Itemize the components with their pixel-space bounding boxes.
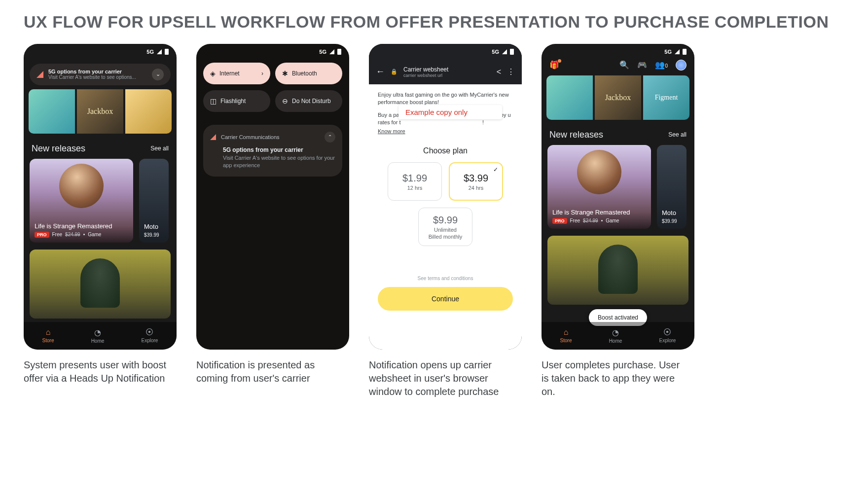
nav-explore[interactable]: ⦿ Explore: [141, 328, 158, 343]
battery-icon: [165, 49, 169, 55]
featured-art: [598, 245, 638, 294]
qs-label: Internet: [219, 70, 240, 77]
status-5g-label: 5G: [664, 49, 672, 55]
share-icon[interactable]: <: [497, 68, 501, 76]
pro-badge: PRO: [552, 218, 567, 224]
nav-home[interactable]: ◔ Home: [91, 328, 105, 344]
carrier-triangle-icon: [36, 71, 43, 78]
plan-option[interactable]: $9.99 Unlimited Billed monthly: [418, 208, 472, 246]
nav-home[interactable]: ◔ Home: [609, 328, 622, 344]
avatar[interactable]: [676, 60, 687, 71]
card-title: Moto: [662, 209, 682, 216]
featured-card[interactable]: [30, 250, 171, 319]
hun-title: 5G options from your carrier: [48, 69, 147, 74]
know-more-link[interactable]: Know more: [378, 128, 405, 134]
home-icon: ◔: [94, 328, 101, 337]
nav-label: Home: [91, 338, 105, 344]
status-bar: 5G: [369, 44, 522, 60]
card-art: [59, 164, 104, 208]
card-carousel[interactable]: Life is Strange Remastered PRO Free $24.…: [542, 145, 694, 229]
continue-button[interactable]: Continue: [378, 287, 513, 311]
promo-tile[interactable]: Figment: [643, 75, 689, 120]
section-title: New releases: [32, 143, 85, 154]
qs-flashlight[interactable]: ◫ Flashlight: [203, 90, 270, 112]
plan-grid: $1.99 12 hrs ✓ $3.99 24 hrs $9.99 Unlimi…: [378, 162, 513, 246]
caption: User completes purchase. User is taken b…: [542, 358, 689, 398]
plan-option[interactable]: $1.99 12 hrs: [388, 162, 442, 201]
flow-row: 5G 5G options from your carrier Visit Ca…: [24, 44, 844, 398]
bluetooth-icon: ✱: [282, 70, 288, 77]
promo-tile[interactable]: [125, 89, 172, 134]
plan-price: $9.99: [433, 214, 458, 226]
flow-step-3: 5G ← 🔒 Carrier websheet carrier websheet…: [369, 44, 522, 398]
choose-plan-heading: Choose plan: [378, 146, 513, 155]
game-card[interactable]: Life is Strange Remastered PRO Free $24.…: [547, 145, 651, 229]
notification-title: 5G options from your carrier: [223, 146, 335, 153]
qs-dnd[interactable]: ⊖ Do Not Disturb: [275, 90, 342, 112]
see-all-link[interactable]: See all: [150, 145, 169, 152]
promo-tile[interactable]: [29, 89, 75, 134]
store-icon: ⌂: [46, 328, 51, 337]
gift-icon[interactable]: 🎁: [549, 60, 559, 70]
featured-art: [80, 258, 120, 308]
plan-duration: 12 hrs: [407, 185, 423, 191]
caption: System presents user with boost offer vi…: [24, 358, 172, 385]
signal-icon: [502, 49, 507, 54]
qs-bluetooth[interactable]: ✱ Bluetooth: [275, 63, 342, 84]
signal-icon: [329, 49, 334, 54]
status-bar: 5G: [24, 44, 177, 60]
card-price: $39.99: [144, 232, 164, 238]
game-card-partial[interactable]: Moto $39.99: [657, 145, 687, 229]
promo-carousel[interactable]: Jackbox: [29, 89, 172, 134]
example-copy-overlay: Example copy only: [398, 105, 502, 119]
chevron-right-icon: ›: [261, 70, 263, 77]
nav-store[interactable]: ⌂ Store: [42, 328, 54, 343]
phone-3: 5G ← 🔒 Carrier websheet carrier websheet…: [369, 44, 522, 350]
promo-tile[interactable]: Jackbox: [595, 75, 641, 120]
qs-row: ◈ Internet › ✱ Bluetooth: [196, 60, 349, 87]
card-type: Game: [606, 218, 619, 223]
promo-tile[interactable]: [546, 75, 593, 120]
controller-icon[interactable]: 🎮: [637, 60, 647, 70]
page-title: UX FLOW FOR UPSELL WORKFLOW FROM OFFER P…: [24, 12, 844, 32]
lock-icon: 🔒: [391, 69, 398, 75]
qs-internet[interactable]: ◈ Internet ›: [203, 63, 270, 84]
caption: Notification is presented as coming from…: [196, 358, 344, 385]
nav-label: Store: [42, 338, 54, 343]
card-meta: PRO Free $24.99 • Game: [35, 232, 128, 238]
game-card-partial[interactable]: Moto $39.99: [139, 159, 169, 243]
status-5g-label: 5G: [146, 49, 154, 55]
back-icon[interactable]: ←: [376, 67, 385, 77]
explore-icon: ⦿: [145, 328, 153, 337]
bottom-nav: ⌂ Store ◔ Home ⦿ Explore: [542, 322, 694, 350]
plan-price: $3.99: [464, 173, 488, 184]
explore-icon: ⦿: [663, 328, 671, 337]
promo-carousel[interactable]: Jackbox Figment: [546, 75, 689, 120]
plan-option-selected[interactable]: ✓ $3.99 24 hrs: [449, 162, 503, 201]
plan-duration: 24 hrs: [469, 185, 484, 191]
featured-card[interactable]: [547, 236, 688, 305]
chevron-down-icon[interactable]: ⌄: [152, 69, 164, 80]
nav-explore[interactable]: ⦿ Explore: [659, 328, 676, 343]
phone-4: 5G 🎁 🔍 🎮 👥0 Jackbox Figment New releases…: [542, 44, 694, 350]
card-type: Game: [88, 232, 101, 237]
game-card[interactable]: Life is Strange Remastered PRO Free $24.…: [30, 159, 133, 243]
section-header: New releases See all: [24, 136, 177, 159]
card-title: Moto: [144, 223, 164, 230]
promo-tile[interactable]: Jackbox: [77, 89, 123, 134]
heads-up-notification[interactable]: 5G options from your carrier Visit Carri…: [30, 64, 171, 85]
chevron-up-icon[interactable]: ⌃: [325, 132, 335, 143]
friends-icon[interactable]: 👥0: [655, 60, 668, 70]
overflow-menu-icon[interactable]: ⋮: [507, 67, 515, 76]
notification-card[interactable]: Carrier Communications ⌃ 5G options from…: [203, 125, 342, 177]
nav-label: Home: [609, 338, 622, 344]
search-icon[interactable]: 🔍: [619, 60, 629, 70]
card-art: [577, 150, 621, 194]
see-all-link[interactable]: See all: [668, 131, 687, 138]
status-bar: 5G: [196, 44, 349, 60]
status-5g-label: 5G: [492, 49, 499, 55]
nav-store[interactable]: ⌂ Store: [560, 328, 572, 343]
terms-link[interactable]: See terms and conditions: [378, 276, 513, 281]
card-carousel[interactable]: Life is Strange Remastered PRO Free $24.…: [24, 159, 177, 243]
price-strike: $24.99: [65, 232, 80, 237]
